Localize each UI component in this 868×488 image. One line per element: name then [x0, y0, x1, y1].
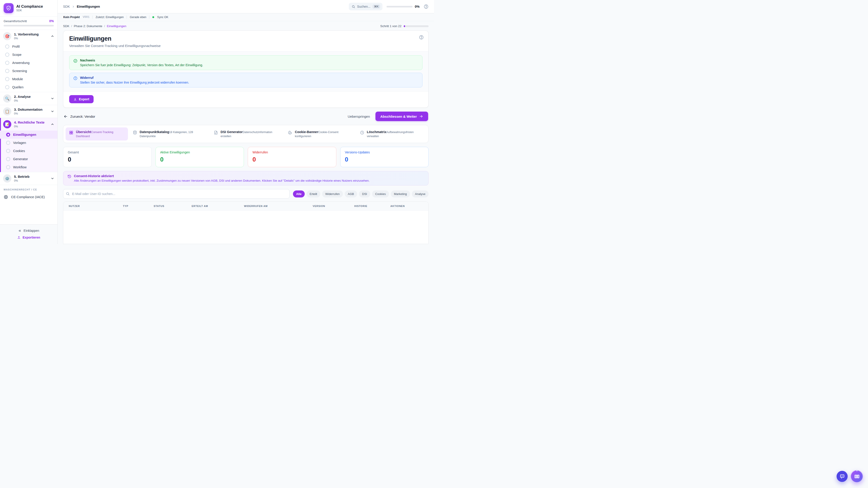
- cpu-icon: [4, 195, 8, 199]
- note-title: Nachweis: [80, 59, 203, 62]
- tab-loeschmatrix[interactable]: LöschmatrixAufbewahrungsfristen verwalte…: [356, 127, 426, 140]
- sidebar-item-module[interactable]: Module: [0, 75, 57, 83]
- empty-circle-icon: [6, 149, 10, 153]
- sidebar-item-workflow[interactable]: Workflow: [0, 163, 57, 172]
- col-widerrufen-am: Widerrufen am: [244, 205, 313, 207]
- stat-versions-updates: Versions-Updates 0: [340, 147, 429, 167]
- sidebar-item-vorlagen[interactable]: Vorlagen: [0, 139, 57, 147]
- search-icon: [352, 5, 355, 8]
- sidebar-item-anwendung[interactable]: Anwendung: [0, 59, 57, 67]
- tab-cookie-banner[interactable]: Cookie-BannerCookie-Consent konfiguriere…: [284, 127, 355, 140]
- complete-next-button[interactable]: Abschliessen & Weiter: [375, 111, 428, 121]
- card-help-icon[interactable]: [419, 35, 424, 40]
- export-button[interactable]: Export: [69, 95, 94, 103]
- collapse-sidebar-button[interactable]: Einklappen: [4, 227, 54, 234]
- arrow-left-icon: [64, 114, 68, 119]
- sidebar-item-screening[interactable]: Screening: [0, 67, 57, 75]
- sidebar-item-generator[interactable]: Generator: [0, 155, 57, 163]
- sidebar-item-quellen[interactable]: Quellen: [0, 83, 57, 92]
- skip-button[interactable]: Ueberspringen: [348, 115, 370, 119]
- download-icon: [73, 98, 77, 101]
- user-search-input[interactable]: [63, 189, 289, 199]
- section-progress: 0%: [14, 125, 48, 128]
- section-header-dokumentation[interactable]: 📋 3. Dokumentation 0%: [0, 105, 57, 118]
- sidebar-item-ce-compliance[interactable]: CE-Compliance (IACE): [0, 193, 57, 202]
- tab-dsi-generator[interactable]: DSI GeneratorDatenschutzinformation erst…: [210, 127, 283, 140]
- tab-title: Cookie-Banner: [295, 130, 318, 134]
- sidebar-item-scope[interactable]: Scope: [0, 51, 57, 59]
- section-header-rechtliche-texte[interactable]: 📝 4. Rechtliche Texte 0%: [1, 118, 57, 131]
- export-button-label: Export: [79, 97, 89, 101]
- section-header-vorbereitung[interactable]: 🎯 1. Vorbereitung 0%: [0, 30, 57, 42]
- stat-value: 0: [345, 156, 424, 163]
- export-label: Exportieren: [23, 236, 40, 239]
- section-header-analyse[interactable]: 🔍 2. Analyse 0%: [0, 92, 57, 105]
- col-nutzer: Nutzer: [69, 205, 123, 207]
- item-label: Scope: [12, 53, 22, 57]
- stat-aktive: Aktive Einwilligungen 0: [156, 147, 244, 167]
- item-label: Cookies: [13, 149, 25, 153]
- filter-dsi[interactable]: DSI: [359, 191, 370, 197]
- stat-label: Aktive Einwilligungen: [160, 151, 239, 154]
- search-shortcut-badge: ⌘K: [373, 4, 380, 8]
- double-chevron-left-icon: [18, 229, 22, 232]
- export-sidebar-button[interactable]: Exportieren: [4, 234, 54, 241]
- info-circle-icon: [73, 76, 78, 84]
- item-label: Vorlagen: [13, 141, 26, 144]
- filter-cookies[interactable]: Cookies: [372, 191, 389, 197]
- card-footer: Export: [63, 91, 428, 107]
- sidebar-item-cookies[interactable]: Cookies: [0, 147, 57, 155]
- page-content: SDK / Phase 2: Dokumente / Einwilligunge…: [58, 21, 434, 244]
- help-icon[interactable]: [424, 4, 429, 9]
- filter-marketing[interactable]: Marketing: [391, 191, 410, 197]
- topbar: SDK Einwilligungen Suchen... ⌘K 0%: [58, 0, 434, 13]
- col-version: Version: [313, 205, 354, 207]
- section-header-betrieb[interactable]: ⚙️ 5. Betrieb 0%: [0, 172, 57, 185]
- filter-widerrufen[interactable]: Widerrufen: [322, 191, 343, 197]
- col-erteilt-am: Erteilt am: [192, 205, 244, 207]
- app-subtitle: SDK: [16, 9, 43, 12]
- note-widerruf: Widerruf Stellen Sie sicher, dass Nutzer…: [69, 73, 423, 88]
- filter-agb[interactable]: AGB: [345, 191, 357, 197]
- chevron-up-icon: [51, 123, 54, 126]
- database-icon: [133, 130, 137, 135]
- filter-alle[interactable]: Alle: [293, 191, 305, 197]
- section-title: 5. Betrieb: [14, 175, 48, 179]
- filter-erteilt[interactable]: Erteilt: [307, 191, 320, 197]
- history-banner: Consent-Historie aktiviert Alle Änderung…: [63, 171, 429, 186]
- history-icon: [67, 174, 71, 182]
- breadcrumb-phase[interactable]: Phase 2: Dokumente: [74, 24, 102, 28]
- table-body: [63, 210, 428, 244]
- tab-datenpunktkatalog[interactable]: Datenpunktkatalog18 Kategorien, 128 Date…: [129, 127, 209, 140]
- item-label: Quellen: [12, 86, 24, 89]
- sidebar-footer: Einklappen Exportieren: [0, 224, 57, 244]
- card-header: Einwilligungen Verwalten Sie Consent-Tra…: [63, 31, 428, 52]
- sidebar-item-einwilligungen[interactable]: Einwilligungen: [0, 131, 57, 139]
- last-saved-time: Gerade eben: [130, 15, 146, 19]
- step-indicator: Schritt 1 von 22: [380, 24, 429, 28]
- radio-selected-icon: [6, 133, 10, 137]
- collapse-label: Einklappen: [24, 229, 39, 232]
- item-label: Generator: [13, 157, 28, 161]
- item-label: CE-Compliance (IACE): [11, 195, 45, 199]
- consent-card: Einwilligungen Verwalten Sie Consent-Tra…: [63, 31, 429, 108]
- project-name: Kein Projekt: [63, 15, 80, 19]
- tab-uebersicht[interactable]: ÜbersichtConsent-Tracking Dashboard: [66, 127, 128, 140]
- col-aktionen: Aktionen: [391, 205, 423, 207]
- card-body: Nachweis Speichern Sie fuer jede Einwill…: [63, 52, 428, 91]
- chevron-down-icon: [51, 177, 54, 180]
- section-vorbereitung: 🎯 1. Vorbereitung 0% Profil Scope Anwend…: [0, 30, 57, 92]
- sidebar-item-profil[interactable]: Profil: [0, 42, 57, 51]
- grid-icon: [69, 130, 73, 135]
- breadcrumb-sdk[interactable]: SDK: [63, 24, 69, 28]
- back-button[interactable]: Zurueck: Vendor: [64, 114, 95, 119]
- search-placeholder: Suchen...: [357, 5, 370, 8]
- overall-progress-bar: [4, 25, 54, 26]
- breadcrumb-root[interactable]: SDK: [63, 5, 70, 8]
- version-badge: V001: [83, 15, 90, 19]
- step-progress-bar: [404, 25, 429, 27]
- consent-table: Nutzer Typ Status Erteilt am Widerrufen …: [63, 201, 429, 244]
- chevron-right-icon: [72, 5, 75, 8]
- filter-analyse[interactable]: Analyse: [412, 191, 429, 197]
- global-search[interactable]: Suchen... ⌘K: [349, 3, 382, 10]
